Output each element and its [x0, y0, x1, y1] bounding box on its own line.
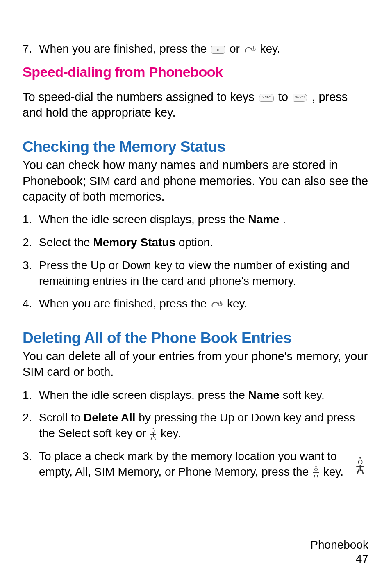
- text-fragment: key.: [161, 427, 181, 439]
- text-fragment: When the idle screen displays, press the: [39, 213, 248, 226]
- text-fragment: To speed-dial the numbers assigned to ke…: [23, 90, 258, 103]
- list-item: 2. Scroll to Delete All by pressing the …: [23, 410, 368, 441]
- text-fragment: or: [230, 42, 243, 55]
- step-number: 1.: [23, 212, 39, 227]
- deleting-all-heading: Deleting All of the Phone Book Entries: [23, 329, 368, 347]
- step-number: 7.: [23, 41, 39, 57]
- step-text: Press the Up or Down key to view the num…: [39, 258, 368, 289]
- text-fragment: key.: [227, 297, 247, 310]
- step-text: When the idle screen displays, press the…: [39, 387, 368, 403]
- step-text: Select the Memory Status option.: [39, 235, 368, 250]
- step-7-container: 7. When you are finished, press the or k…: [23, 41, 368, 57]
- footer-section-name: Phonebook: [310, 538, 368, 551]
- bold-text: Name: [248, 389, 279, 401]
- end-key-icon: [244, 46, 256, 53]
- person-key-icon: [149, 430, 157, 439]
- list-item: 4. When you are finished, press the key.: [23, 296, 368, 311]
- text-fragment: Select the: [39, 236, 93, 249]
- step-text: When the idle screen displays, press the…: [39, 212, 368, 227]
- step-text: When you are finished, press the or key.: [39, 41, 368, 57]
- list-item: 1. When the idle screen displays, press …: [23, 387, 368, 403]
- key-2-icon: [259, 94, 274, 102]
- bold-text: Delete All: [84, 411, 136, 424]
- step-number: 2.: [23, 235, 39, 250]
- page-number: 47: [310, 552, 368, 565]
- step-number: 4.: [23, 296, 39, 311]
- step-text: To place a check mark by the memory loca…: [39, 448, 368, 480]
- delete-all-steps: 1. When the idle screen displays, press …: [23, 387, 368, 480]
- c-key-icon: [211, 46, 225, 54]
- text-fragment: Scroll to: [39, 411, 84, 424]
- list-item: 1. When the idle screen displays, press …: [23, 212, 368, 227]
- text-fragment: When you are finished, press the: [39, 42, 210, 55]
- step-text: Scroll to Delete All by pressing the Up …: [39, 410, 368, 441]
- step-number: 2.: [23, 410, 39, 441]
- memory-status-intro: You can check how many names and numbers…: [23, 157, 368, 204]
- step-number: 3.: [23, 258, 39, 289]
- list-item: 3. To place a check mark by the memory l…: [23, 448, 368, 480]
- memory-status-steps: 1. When the idle screen displays, press …: [23, 212, 368, 311]
- bold-text: Name: [248, 213, 279, 226]
- text-fragment: to: [278, 90, 291, 103]
- speed-dial-paragraph: To speed-dial the numbers assigned to ke…: [23, 89, 368, 121]
- bold-text: Memory Status: [93, 236, 175, 249]
- list-item: 3. Press the Up or Down key to view the …: [23, 258, 368, 289]
- text-fragment: key.: [323, 465, 343, 478]
- step-text: When you are finished, press the key.: [39, 296, 368, 311]
- text-fragment: When the idle screen displays, press the: [39, 389, 248, 401]
- text-fragment: When you are finished, press the: [39, 297, 210, 310]
- text-fragment: .: [280, 213, 286, 226]
- text-fragment: To place a check mark by the memory loca…: [39, 450, 337, 478]
- list-item: 2. Select the Memory Status option.: [23, 235, 368, 250]
- person-key-icon-large: [356, 462, 364, 471]
- text-fragment: key.: [260, 42, 280, 55]
- step-number: 1.: [23, 387, 39, 403]
- text-fragment: option.: [175, 236, 213, 249]
- key-9-icon: [293, 94, 307, 102]
- person-key-icon: [312, 468, 320, 477]
- text-fragment: soft key.: [280, 389, 325, 401]
- end-key-icon: [211, 301, 223, 308]
- page-footer: Phonebook 47: [310, 538, 368, 565]
- speed-dialing-heading: Speed-dialing from Phonebook: [23, 64, 368, 80]
- step-7: 7. When you are finished, press the or k…: [23, 41, 368, 57]
- memory-status-heading: Checking the Memory Status: [23, 138, 368, 156]
- deleting-all-intro: You can delete all of your entries from …: [23, 348, 368, 380]
- step-number: 3.: [23, 448, 39, 480]
